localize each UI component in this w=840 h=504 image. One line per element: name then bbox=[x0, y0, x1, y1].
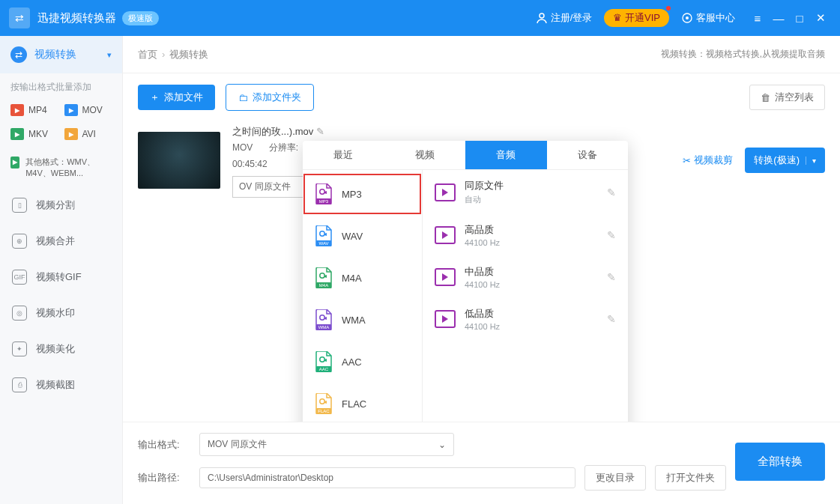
audio-format-mp3[interactable]: MP3MP3 bbox=[303, 173, 422, 215]
edit-preset-icon[interactable]: ✎ bbox=[607, 186, 616, 198]
output-path-label: 输出路径: bbox=[138, 471, 190, 485]
edit-preset-icon[interactable]: ✎ bbox=[607, 229, 616, 241]
sidebar-format-avi[interactable]: ▶AVI bbox=[61, 122, 115, 146]
popup-tab-1[interactable]: 视频 bbox=[384, 141, 466, 169]
audio-format-m4a[interactable]: M4AM4A bbox=[303, 257, 422, 299]
module-icon: ▯ bbox=[12, 198, 27, 213]
open-dir-button[interactable]: 打开文件夹 bbox=[655, 465, 726, 491]
module-icon: ◎ bbox=[12, 306, 27, 321]
format-icon: ▶ bbox=[64, 104, 78, 116]
audio-format-wma[interactable]: WMAWMA bbox=[303, 299, 422, 341]
other-formats-label: 其他格式：WMV、M4V、WEBM... bbox=[25, 157, 112, 180]
sidebar-format-mov[interactable]: ▶MOV bbox=[61, 98, 115, 122]
audio-format-wav[interactable]: WAVWAV bbox=[303, 215, 422, 257]
quality-option[interactable]: 高品质44100 Hz✎ bbox=[423, 214, 628, 256]
quality-option[interactable]: 中品质44100 Hz✎ bbox=[423, 256, 628, 298]
svg-text:M4A: M4A bbox=[319, 283, 328, 288]
file-type-icon: FLAC bbox=[315, 393, 333, 414]
login-label: 注册/登录 bbox=[551, 11, 593, 25]
app-logo-icon: ⇄ bbox=[9, 7, 30, 28]
sidebar-item[interactable]: ✦视频美化 bbox=[0, 331, 122, 367]
popup-tab-2[interactable]: 音频 bbox=[465, 141, 547, 169]
other-formats-item[interactable]: ▶ 其他格式：WMV、M4V、WEBM... bbox=[0, 152, 122, 187]
clear-list-button[interactable]: 🗑清空列表 bbox=[749, 85, 825, 110]
output-path-field[interactable]: C:\Users\Administrator\Desktop bbox=[199, 467, 575, 488]
sidebar-item[interactable]: GIF视频转GIF bbox=[0, 259, 122, 295]
svg-point-0 bbox=[540, 13, 544, 18]
main-panel: 首页 › 视频转换 视频转换：视频格式转换,从视频提取音频 ＋添加文件 🗀添加文… bbox=[123, 36, 840, 504]
popup-tab-0[interactable]: 最近 bbox=[303, 141, 384, 169]
svg-text:FLAC: FLAC bbox=[318, 409, 330, 413]
quality-icon bbox=[435, 226, 456, 244]
toolbar: ＋添加文件 🗀添加文件夹 🗑清空列表 bbox=[123, 73, 840, 111]
file-type-icon: WAV bbox=[315, 225, 333, 246]
maximize-button[interactable]: □ bbox=[789, 12, 810, 25]
page-description: 视频转换：视频格式转换,从视频提取音频 bbox=[661, 48, 825, 61]
support-label: 客服中心 bbox=[696, 11, 735, 25]
plus-icon: ＋ bbox=[150, 91, 160, 104]
sidebar-item[interactable]: ⎙视频截图 bbox=[0, 367, 122, 403]
titlebar: ⇄ 迅捷视频转换器 极速版 注册/登录 ♛ 开通VIP 客服中心 ≡ — □ ✕ bbox=[0, 0, 840, 36]
edit-preset-icon[interactable]: ✎ bbox=[607, 313, 616, 325]
file-type-icon: MP3 bbox=[315, 183, 333, 204]
edit-preset-icon[interactable]: ✎ bbox=[607, 271, 616, 283]
quality-icon bbox=[435, 310, 456, 328]
sidebar-format-mkv[interactable]: ▶MKV bbox=[7, 122, 61, 146]
batch-add-heading: 按输出格式批量添加 bbox=[0, 73, 122, 98]
format-icon: ▶ bbox=[64, 128, 78, 140]
menu-button[interactable]: ≡ bbox=[747, 12, 768, 25]
other-formats-icon: ▶ bbox=[10, 157, 19, 168]
audio-format-flac[interactable]: FLACFLAC bbox=[303, 383, 422, 425]
sidebar-item[interactable]: ⊕视频合并 bbox=[0, 223, 122, 259]
folder-icon: 🗀 bbox=[238, 92, 248, 103]
crown-icon: ♛ bbox=[613, 12, 625, 23]
popup-tab-3[interactable]: 设备 bbox=[547, 141, 629, 169]
file-name: 之时间的玫...).mov bbox=[232, 126, 313, 137]
chevron-down-icon[interactable]: ▾ bbox=[806, 157, 816, 165]
change-dir-button[interactable]: 更改目录 bbox=[584, 465, 646, 491]
output-format-dropdown[interactable]: MOV 同原文件⌄ bbox=[199, 433, 454, 456]
breadcrumb-home[interactable]: 首页 bbox=[138, 48, 157, 61]
audio-format-aac[interactable]: AACAAC bbox=[303, 341, 422, 383]
module-icon: ⊕ bbox=[12, 234, 27, 249]
file-type-icon: WMA bbox=[315, 309, 333, 330]
minimize-button[interactable]: — bbox=[768, 12, 789, 25]
convert-file-button[interactable]: 转换(极速)▾ bbox=[745, 148, 825, 173]
sidebar-item[interactable]: ◎视频水印 bbox=[0, 295, 122, 331]
sidebar-format-mp4[interactable]: ▶MP4 bbox=[7, 98, 61, 122]
chevron-down-icon: ▾ bbox=[107, 50, 112, 60]
svg-text:AAC: AAC bbox=[319, 367, 329, 371]
add-folder-button[interactable]: 🗀添加文件夹 bbox=[226, 84, 314, 111]
vip-button[interactable]: ♛ 开通VIP bbox=[604, 9, 669, 27]
video-crop-link[interactable]: ✂视频裁剪 bbox=[683, 154, 733, 167]
video-thumbnail[interactable] bbox=[138, 132, 220, 189]
add-file-button[interactable]: ＋添加文件 bbox=[138, 85, 215, 110]
sidebar-current-label: 视频转换 bbox=[34, 48, 76, 61]
headset-icon bbox=[681, 12, 693, 24]
breadcrumb: 首页 › 视频转换 视频转换：视频格式转换,从视频提取音频 bbox=[123, 36, 840, 73]
file-type-icon: AAC bbox=[315, 351, 333, 372]
module-icon: ✦ bbox=[12, 341, 27, 356]
svg-text:WAV: WAV bbox=[319, 241, 329, 246]
quality-icon bbox=[435, 183, 456, 201]
user-icon bbox=[536, 12, 548, 24]
output-bar: 输出格式: MOV 同原文件⌄ 全部转换 输出路径: C:\Users\Admi… bbox=[123, 422, 840, 504]
quality-option[interactable]: 低品质44100 Hz✎ bbox=[423, 298, 628, 340]
app-title: 迅捷视频转换器 bbox=[37, 11, 116, 25]
svg-text:WMA: WMA bbox=[318, 325, 330, 330]
module-icon: GIF bbox=[12, 270, 27, 285]
edit-name-icon[interactable]: ✎ bbox=[316, 126, 324, 137]
convert-all-button[interactable]: 全部转换 bbox=[735, 443, 825, 481]
login-link[interactable]: 注册/登录 bbox=[536, 11, 593, 25]
sidebar-item[interactable]: ▯视频分割 bbox=[0, 187, 122, 223]
scissors-icon: ✂ bbox=[683, 155, 691, 166]
edition-badge: 极速版 bbox=[122, 11, 159, 25]
file-type-icon: M4A bbox=[315, 267, 333, 288]
module-icon: ⎙ bbox=[12, 377, 27, 392]
quality-option[interactable]: 同原文件自动✎ bbox=[423, 170, 628, 214]
quality-icon bbox=[435, 268, 456, 286]
support-link[interactable]: 客服中心 bbox=[681, 11, 735, 25]
close-button[interactable]: ✕ bbox=[810, 11, 831, 25]
svg-point-2 bbox=[686, 16, 689, 19]
sidebar-current-module[interactable]: ⇄ 视频转换 ▾ bbox=[0, 36, 122, 73]
